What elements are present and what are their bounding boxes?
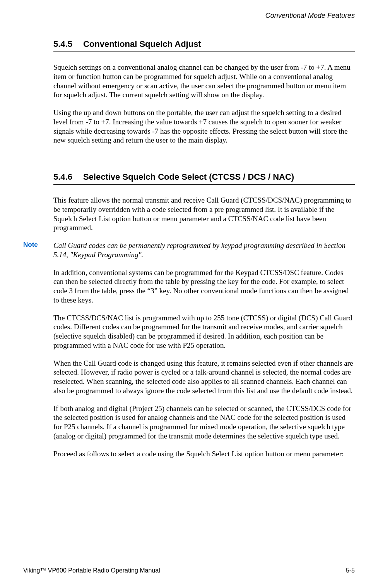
running-title: Conventional Mode Features [265,12,355,19]
page-footer: Viking™ VP600 Portable Radio Operating M… [23,567,355,574]
paragraph: This feature allows the normal transmit … [53,196,355,232]
heading-rule [53,52,355,52]
note-label: Note [23,241,38,249]
section-title-545: Conventional Squelch Adjust [83,39,201,49]
heading-545: 5.4.5 Conventional Squelch Adjust [53,39,355,49]
page-container: Conventional Mode Features 5.4.5 Convent… [0,0,378,588]
paragraph: Squelch settings on a conventional analo… [53,63,355,100]
paragraph: When the Call Guard code is changed usin… [53,359,355,395]
heading-546: 5.4.6 Selective Squelch Code Select (CTC… [53,172,355,182]
paragraph: Using the up and down buttons on the por… [53,108,355,145]
note-block: Note Call Guard codes can be permanently… [53,241,355,260]
paragraph: Proceed as follows to select a code usin… [53,449,355,459]
section-number-546: 5.4.6 [53,172,72,182]
heading-rule [53,184,355,185]
footer-right: 5-5 [346,567,355,574]
section-gap [53,153,355,172]
footer-left: Viking™ VP600 Portable Radio Operating M… [23,567,160,574]
paragraph: In addition, conventional systems can be… [53,268,355,305]
paragraph: The CTCSS/DCS/NAC list is programmed wit… [53,313,355,350]
section-number-545: 5.4.5 [53,39,72,49]
section-title-546: Selective Squelch Code Select (CTCSS / D… [83,172,294,182]
note-text: Call Guard codes can be permanently repr… [53,241,355,260]
paragraph: If both analog and digital (Project 25) … [53,404,355,441]
content-area: 5.4.5 Conventional Squelch Adjust Squelc… [23,39,355,458]
running-header: Conventional Mode Features [23,12,355,20]
